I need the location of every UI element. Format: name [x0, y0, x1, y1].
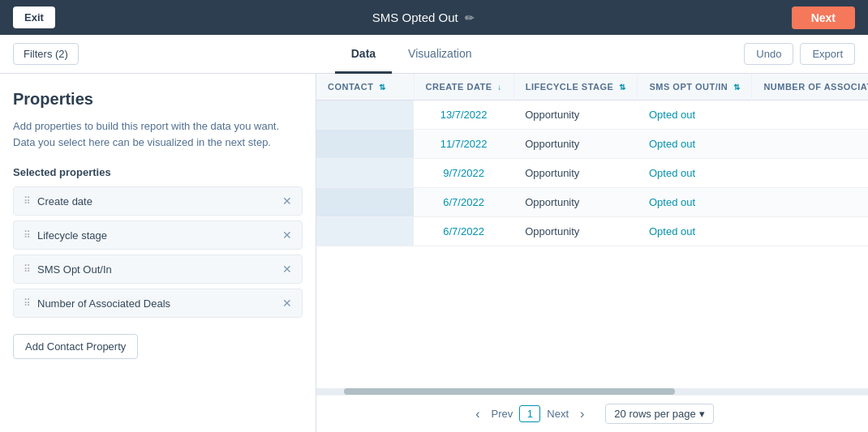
remove-create-date-button[interactable]: ✕ [282, 195, 292, 207]
rows-per-page-selector[interactable]: 20 rows per page ▾ [605, 404, 713, 424]
cell-num-associated [752, 217, 868, 246]
property-name: Create date [37, 195, 92, 207]
col-contact-label: CONTACT [328, 82, 373, 92]
col-lifecycle-stage-label: LIFECYCLE STAGE [526, 82, 614, 92]
prev-page-button[interactable]: ‹ [471, 405, 484, 423]
col-lifecycle-stage[interactable]: LIFECYCLE STAGE ⇅ [513, 74, 638, 101]
cell-sms-opt: Opted out [638, 188, 752, 217]
col-sms-opt[interactable]: SMS OPT OUT/IN ⇅ [638, 74, 752, 101]
topbar-center: SMS Opted Out ✏ [372, 11, 475, 24]
table-body: 13/7/2022OpportunityOpted out11/7/2022Op… [316, 101, 868, 246]
data-area: CONTACT ⇅ CREATE DATE ↓ LIFECYCLE STAGE … [316, 74, 868, 432]
report-title: SMS Opted Out [372, 11, 458, 24]
sidebar: Properties Add properties to build this … [0, 74, 316, 432]
cell-create-date: 11/7/2022 [414, 130, 513, 159]
current-page-indicator[interactable]: 1 [519, 405, 540, 422]
cell-contact [316, 217, 414, 246]
tabs-area: Data Visualization [92, 35, 731, 73]
cell-contact [316, 188, 414, 217]
sidebar-title: Properties [13, 90, 303, 109]
topbar: Exit SMS Opted Out ✏ Next [0, 0, 868, 35]
cell-lifecycle-stage: Opportunity [513, 101, 638, 130]
secondbar: Filters (2) Data Visualization Undo Expo… [0, 35, 868, 74]
col-create-date[interactable]: CREATE DATE ↓ [414, 74, 513, 101]
prev-label: Prev [492, 408, 513, 420]
cell-sms-opt: Opted out [638, 101, 752, 130]
cell-lifecycle-stage: Opportunity [513, 188, 638, 217]
property-name: Number of Associated Deals [37, 297, 170, 310]
export-button[interactable]: Export [800, 43, 855, 65]
col-contact[interactable]: CONTACT ⇅ [316, 74, 414, 101]
table-wrapper: CONTACT ⇅ CREATE DATE ↓ LIFECYCLE STAGE … [316, 74, 868, 388]
property-name: Lifecycle stage [37, 229, 107, 242]
selected-properties-label: Selected properties [13, 166, 303, 178]
cell-num-associated [752, 130, 868, 159]
scrollbar-thumb [344, 388, 675, 395]
main-layout: Properties Add properties to build this … [0, 74, 868, 432]
col-sms-opt-label: SMS OPT OUT/IN [649, 82, 728, 92]
edit-icon[interactable]: ✏ [465, 11, 475, 24]
col-num-associated-label: NUMBER OF ASSOCIATED DE... [763, 82, 868, 92]
property-item-sms-opt[interactable]: ⠿ SMS Opt Out/In ✕ [13, 254, 303, 284]
cell-create-date: 9/7/2022 [414, 159, 513, 188]
rows-per-page-label: 20 rows per page [614, 408, 695, 420]
data-table: CONTACT ⇅ CREATE DATE ↓ LIFECYCLE STAGE … [316, 74, 868, 246]
undo-button[interactable]: Undo [744, 43, 793, 65]
table-row: 6/7/2022OpportunityOpted out [316, 188, 868, 217]
sort-icon-create-date: ↓ [497, 83, 502, 92]
table-header-row: CONTACT ⇅ CREATE DATE ↓ LIFECYCLE STAGE … [316, 74, 868, 101]
cell-create-date: 13/7/2022 [414, 101, 513, 130]
action-buttons: Undo Export [744, 43, 855, 65]
col-create-date-label: CREATE DATE [426, 82, 492, 92]
drag-handle-icon: ⠿ [24, 195, 31, 207]
next-page-button[interactable]: › [575, 405, 589, 423]
next-label: Next [547, 408, 569, 420]
property-name: SMS Opt Out/In [37, 263, 112, 276]
drag-handle-icon: ⠿ [24, 263, 31, 275]
cell-num-associated [752, 188, 868, 217]
drag-handle-icon: ⠿ [24, 229, 31, 241]
cell-contact [316, 159, 414, 188]
pagination: ‹ Prev 1 Next › 20 rows per page ▾ [316, 395, 868, 432]
cell-contact [316, 130, 414, 159]
cell-num-associated [752, 159, 868, 188]
tab-data[interactable]: Data [335, 36, 392, 74]
cell-sms-opt: Opted out [638, 130, 752, 159]
remove-num-deals-button[interactable]: ✕ [282, 297, 292, 310]
property-item-create-date[interactable]: ⠿ Create date ✕ [13, 186, 303, 216]
cell-sms-opt: Opted out [638, 159, 752, 188]
next-button[interactable]: Next [792, 6, 855, 29]
cell-sms-opt: Opted out [638, 217, 752, 246]
cell-lifecycle-stage: Opportunity [513, 159, 638, 188]
add-contact-property-button[interactable]: Add Contact Property [13, 334, 138, 359]
drag-handle-icon: ⠿ [24, 297, 31, 309]
remove-sms-opt-button[interactable]: ✕ [282, 263, 292, 276]
tab-visualization[interactable]: Visualization [392, 36, 488, 74]
table-row: 6/7/2022OpportunityOpted out [316, 217, 868, 246]
cell-lifecycle-stage: Opportunity [513, 217, 638, 246]
sidebar-description: Add properties to build this report with… [13, 118, 303, 150]
cell-contact [316, 101, 414, 130]
table-row: 11/7/2022OpportunityOpted out [316, 130, 868, 159]
property-list: ⠿ Create date ✕ ⠿ Lifecycle stage ✕ ⠿ SM… [13, 186, 303, 318]
table-row: 9/7/2022OpportunityOpted out [316, 159, 868, 188]
col-num-associated[interactable]: NUMBER OF ASSOCIATED DE... [752, 74, 868, 101]
horizontal-scrollbar[interactable] [316, 388, 868, 395]
cell-create-date: 6/7/2022 [414, 217, 513, 246]
table-row: 13/7/2022OpportunityOpted out [316, 101, 868, 130]
sort-icon-contact: ⇅ [379, 83, 386, 92]
exit-button[interactable]: Exit [13, 6, 55, 28]
property-item-lifecycle-stage[interactable]: ⠿ Lifecycle stage ✕ [13, 220, 303, 250]
cell-lifecycle-stage: Opportunity [513, 130, 638, 159]
cell-create-date: 6/7/2022 [414, 188, 513, 217]
sort-icon-lifecycle: ⇅ [619, 83, 626, 92]
filters-button[interactable]: Filters (2) [13, 43, 79, 65]
remove-lifecycle-stage-button[interactable]: ✕ [282, 229, 292, 242]
chevron-down-icon: ▾ [699, 408, 705, 420]
cell-num-associated [752, 101, 868, 130]
property-item-num-deals[interactable]: ⠿ Number of Associated Deals ✕ [13, 289, 303, 318]
sort-icon-sms: ⇅ [733, 83, 741, 92]
